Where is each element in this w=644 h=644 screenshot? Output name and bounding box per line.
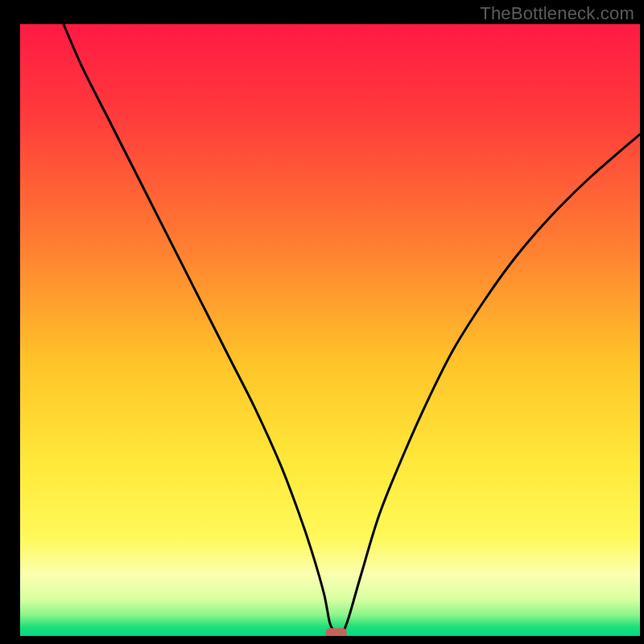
optimum-marker (326, 628, 347, 636)
chart-frame: TheBottleneck.com (0, 0, 644, 644)
watermark-text: TheBottleneck.com (480, 3, 634, 24)
plot-area (20, 24, 640, 636)
gradient-background (20, 24, 640, 636)
chart-svg (20, 24, 640, 636)
